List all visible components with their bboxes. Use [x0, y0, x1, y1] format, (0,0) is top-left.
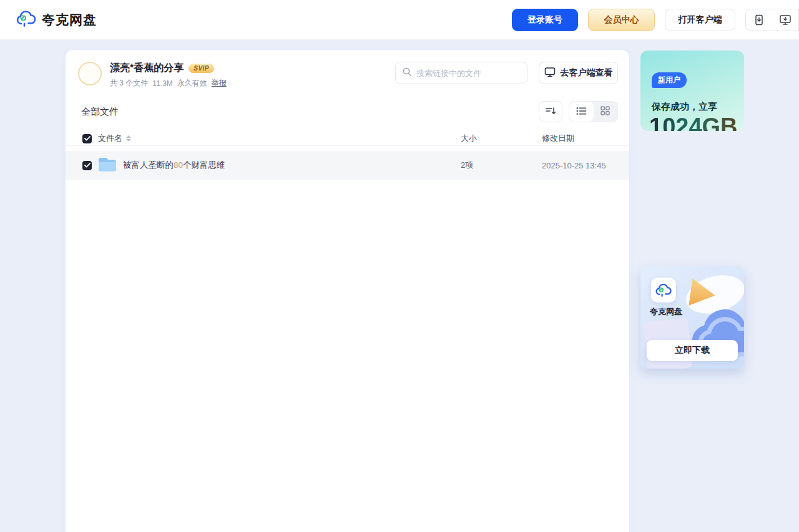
- view-toggle: [569, 101, 618, 122]
- grid-view-button[interactable]: [594, 102, 618, 122]
- view-in-client-button[interactable]: 去客户端查看: [539, 62, 618, 84]
- promo-capacity: 1024GB: [649, 115, 738, 131]
- list-view-button[interactable]: [569, 102, 594, 122]
- brand-name: 夸克网盘: [42, 11, 97, 29]
- file-row[interactable]: 被富人垄断的80个财富思维 2项 2025-10-25 13:45: [66, 151, 629, 180]
- download-promo-card[interactable]: 夸克网盘 立即下载: [640, 266, 744, 369]
- select-all-checkbox[interactable]: [82, 134, 92, 143]
- total-size: 11.3M: [152, 79, 172, 88]
- promo-brand-name: 夸克网盘: [650, 306, 682, 317]
- name-column-sort[interactable]: 文件名: [98, 133, 439, 144]
- promo-line1: 保存成功，立享: [652, 101, 717, 113]
- row-checkbox[interactable]: [82, 161, 92, 170]
- folder-icon: [98, 157, 117, 174]
- avatar: [78, 62, 102, 85]
- open-client-button[interactable]: 打开客户端: [665, 9, 735, 31]
- list-toolbar: 全部文件: [66, 101, 629, 122]
- share-title: 漂亮*香蕉的分享: [110, 62, 184, 75]
- search-input[interactable]: [416, 69, 521, 78]
- member-center-button[interactable]: 会员中心: [588, 9, 655, 31]
- login-button[interactable]: 登录账号: [512, 9, 578, 31]
- file-size: 2项: [439, 160, 514, 171]
- sort-icon: [545, 106, 556, 118]
- share-meta: 共 3 个文件 11.3M 永久有效 举报: [110, 78, 227, 89]
- search-box: [395, 62, 527, 84]
- validity: 永久有效: [177, 78, 207, 89]
- list-view-icon: [576, 107, 587, 117]
- new-user-promo-banner[interactable]: 新用户 保存成功，立享 1024GB: [640, 51, 744, 131]
- new-user-badge: 新用户: [652, 72, 687, 88]
- share-tools: 去客户端查看: [395, 62, 618, 84]
- share-card: 漂亮*香蕉的分享 SVIP 共 3 个文件 11.3M 永久有效 举报: [66, 50, 629, 532]
- table-header: 文件名 大小 修改日期: [66, 132, 629, 146]
- report-link[interactable]: 举报: [212, 78, 227, 89]
- file-name: 被富人垄断的80个财富思维: [123, 160, 439, 171]
- desktop-download-icon[interactable]: [772, 14, 798, 26]
- sort-button[interactable]: [539, 101, 562, 122]
- app-header: 夸克网盘 登录账号 会员中心 打开客户端: [0, 0, 799, 40]
- file-count: 共 3 个文件: [110, 78, 148, 89]
- name-column-label: 文件名: [98, 133, 122, 144]
- view-in-client-label: 去客户端查看: [561, 67, 613, 79]
- share-info: 漂亮*香蕉的分享 SVIP 共 3 个文件 11.3M 永久有效 举报: [110, 62, 227, 97]
- header-actions: 登录账号 会员中心 打开客户端: [512, 9, 799, 31]
- section-title: 全部文件: [81, 106, 119, 118]
- download-now-button[interactable]: 立即下载: [647, 340, 738, 361]
- share-header: 漂亮*香蕉的分享 SVIP 共 3 个文件 11.3M 永久有效 举报: [66, 50, 629, 97]
- mobile-download-icon[interactable]: [746, 14, 772, 26]
- monitor-icon: [544, 67, 556, 79]
- sort-carets-icon: [126, 135, 131, 142]
- quark-logo-tile: [651, 278, 676, 302]
- quark-logo-icon: [16, 10, 36, 30]
- search-icon: [402, 67, 412, 79]
- size-column-label: 大小: [439, 133, 514, 144]
- svip-badge: SVIP: [189, 64, 214, 73]
- file-modified: 2025-10-25 13:45: [514, 161, 614, 170]
- grid-view-icon: [600, 106, 610, 117]
- client-download-group: [745, 9, 799, 31]
- file-name-highlight: 80: [174, 160, 183, 170]
- brand[interactable]: 夸克网盘: [16, 10, 97, 30]
- modified-column-label: 修改日期: [514, 133, 614, 144]
